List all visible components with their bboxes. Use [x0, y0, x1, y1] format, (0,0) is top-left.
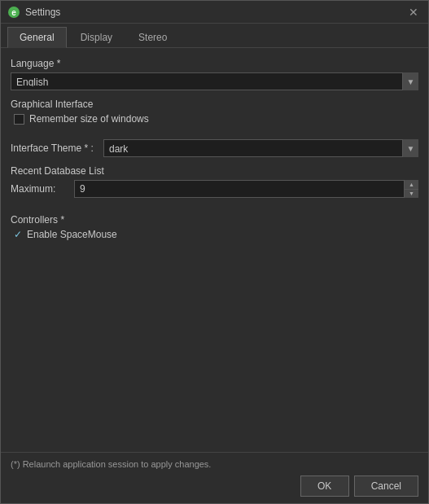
language-label: Language *	[11, 58, 418, 69]
app-icon: e	[7, 6, 20, 19]
controllers-required-star: *	[60, 214, 64, 226]
ok-button[interactable]: OK	[300, 476, 349, 497]
footer: (*) Relaunch application session to appl…	[1, 452, 428, 503]
footer-note: (*) Relaunch application session to appl…	[11, 459, 418, 469]
interface-theme-label: Interface Theme * :	[11, 142, 100, 154]
maximum-label: Maximum:	[11, 183, 68, 195]
tab-general[interactable]: General	[7, 27, 67, 48]
interface-theme-row: Interface Theme * : dark light classic ▼	[11, 139, 418, 157]
settings-window: e Settings ✕ General Display Stereo Lang…	[0, 0, 429, 504]
tab-stereo[interactable]: Stereo	[126, 27, 179, 47]
spacemouse-checkmark: ✓	[14, 229, 22, 240]
remember-windows-row: Remember size of windows	[11, 113, 418, 125]
title-bar: e Settings ✕	[1, 1, 428, 24]
close-button[interactable]: ✕	[405, 4, 422, 20]
language-select-wrapper: English French German Spanish ▼	[11, 72, 418, 90]
cancel-button[interactable]: Cancel	[354, 476, 418, 497]
spacemouse-row: ✓ Enable SpaceMouse	[11, 229, 418, 240]
recent-database-section: Recent Database List Maximum: ▲ ▼	[11, 165, 418, 206]
remember-windows-label: Remember size of windows	[29, 113, 149, 125]
maximum-row: Maximum: ▲ ▼	[11, 180, 418, 198]
content-spacer	[11, 247, 418, 442]
controllers-label: Controllers *	[11, 214, 418, 226]
footer-buttons: OK Cancel	[11, 476, 418, 497]
maximum-spinbox-wrapper: ▲ ▼	[74, 180, 418, 198]
remember-windows-checkbox[interactable]	[14, 114, 24, 125]
tab-display[interactable]: Display	[68, 27, 125, 47]
spinbox-buttons: ▲ ▼	[404, 180, 418, 198]
svg-text:e: e	[11, 8, 16, 17]
language-required-star: *	[57, 58, 61, 69]
content-area: Language * English French German Spanish…	[1, 48, 428, 452]
interface-theme-required-star: * :	[85, 142, 94, 154]
maximum-input[interactable]	[74, 180, 418, 198]
language-select[interactable]: English French German Spanish	[11, 72, 418, 90]
tab-bar: General Display Stereo	[1, 24, 428, 48]
recent-database-label: Recent Database List	[11, 165, 418, 177]
graphical-interface-section: Graphical Interface Remember size of win…	[11, 99, 418, 133]
graphical-interface-label: Graphical Interface	[11, 99, 418, 110]
spinbox-down-button[interactable]: ▼	[405, 190, 418, 199]
interface-theme-select[interactable]: dark light classic	[103, 139, 418, 157]
window-title: Settings	[25, 7, 405, 18]
controllers-section: Controllers * ✓ Enable SpaceMouse	[11, 214, 418, 240]
spacemouse-label: Enable SpaceMouse	[27, 229, 117, 240]
interface-theme-select-wrapper: dark light classic ▼	[103, 139, 418, 157]
spinbox-up-button[interactable]: ▲	[405, 180, 418, 190]
